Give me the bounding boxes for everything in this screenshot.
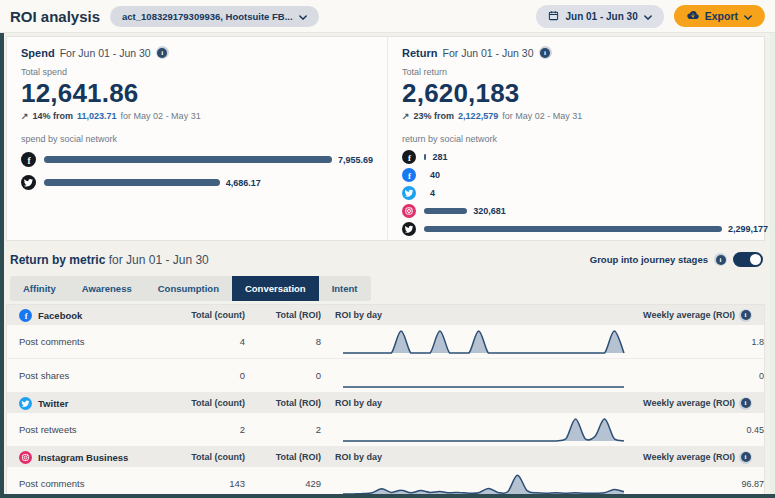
bar-value: 40 [430, 170, 440, 180]
tab-affinity[interactable]: Affinity [10, 276, 69, 301]
instagram-icon [402, 204, 416, 218]
date-range-label: Jun 01 - Jun 30 [565, 11, 637, 22]
return-header: Return For Jun 01 - Jun 30 i [402, 46, 768, 59]
return-previous-value-link[interactable]: 2,122,579 [458, 111, 498, 121]
total-roi-value: 0 [245, 370, 321, 381]
network-label: Instagram Business [38, 452, 128, 463]
trend-up-icon: ↗ [402, 111, 410, 121]
metric-name: Post shares [19, 370, 179, 381]
bar-value: 7,955.69 [338, 155, 373, 165]
info-icon[interactable]: i [739, 451, 752, 464]
return-trend: ↗ 23% from 2,122,579 for May 02 - May 31 [402, 111, 768, 121]
column-header-total-count: Total (count) [179, 398, 245, 408]
toggle-knob [750, 254, 761, 265]
chevron-down-icon [299, 11, 307, 22]
facebook-bar-row: f40 [402, 166, 768, 184]
tab-awareness[interactable]: Awareness [69, 276, 145, 301]
instagram-bar-row: 320,681 [402, 202, 768, 220]
tab-conversation[interactable]: Conversation [232, 276, 319, 301]
account-selector-dropdown[interactable]: act_108329179309936, Hootsuite FB... [110, 6, 319, 27]
return-by-metric-period: for Jun 01 - Jun 30 [109, 253, 209, 267]
total-return-value: 2,620,183 [402, 79, 768, 107]
info-icon[interactable]: i [739, 397, 752, 410]
return-trend-period: for May 02 - May 31 [502, 111, 582, 121]
column-header-roi-by-day: ROI by day [321, 310, 614, 320]
info-icon[interactable]: i [539, 46, 552, 59]
table-row: Post comments481.8 [7, 325, 764, 359]
chevron-down-icon [744, 10, 752, 22]
tab-intent[interactable]: Intent [319, 276, 371, 301]
total-count-value: 4 [179, 336, 245, 347]
export-download-icon [687, 10, 699, 22]
spend-trend-period: for May 02 - May 31 [121, 111, 201, 121]
weekly-average-value: 96.87 [626, 479, 764, 489]
bar [44, 179, 220, 186]
facebook-dark-icon: f [402, 150, 416, 164]
svg-text:f: f [408, 153, 411, 163]
return-trend-pct: 23% from [414, 111, 455, 121]
return-panel: Return For Jun 01 - Jun 30 i Total retur… [388, 37, 775, 240]
total-count-value: 143 [179, 478, 245, 489]
column-header-total-roi: Total (ROI) [245, 310, 321, 320]
journey-stages-control: Group into journey stages i [590, 252, 763, 267]
network-name: Twitter [19, 397, 179, 410]
twitter-dark-bar-row: 2,299,177 [402, 220, 768, 238]
export-label: Export [705, 10, 738, 22]
info-icon[interactable]: i [156, 46, 169, 59]
spend-period: For Jun 01 - Jun 30 [60, 47, 151, 59]
facebook-dark-bar-row: f7,955.69 [21, 148, 373, 171]
window-bottom-edge [0, 494, 775, 498]
section-header-facebook: fFacebookTotal (count)Total (ROI)ROI by … [7, 305, 764, 325]
weekly-average-label: Weekly average (ROI) [643, 398, 735, 408]
table-row: Post shares000 [7, 359, 764, 393]
total-roi-value: 2 [245, 424, 321, 435]
facebook-dark-icon: f [21, 152, 36, 167]
weekly-average-value: 0.45 [626, 425, 764, 435]
network-label: Twitter [38, 398, 68, 409]
svg-text:f: f [25, 312, 28, 321]
total-roi-value: 8 [245, 336, 321, 347]
column-header-roi-by-day: ROI by day [321, 452, 614, 462]
date-range-picker[interactable]: Jun 01 - Jun 30 [536, 5, 663, 28]
bar [44, 156, 332, 163]
weekly-average-value: 0 [626, 371, 764, 381]
spend-title: Spend [21, 47, 55, 59]
spend-header: Spend For Jun 01 - Jun 30 i [21, 46, 373, 59]
metrics-table: fFacebookTotal (count)Total (ROI)ROI by … [6, 304, 765, 498]
spend-bars: f7,955.694,686.17 [21, 148, 373, 194]
journey-stages-label: Group into journey stages [590, 254, 708, 265]
export-button[interactable]: Export [674, 5, 765, 27]
weekly-average-label: Weekly average (ROI) [643, 310, 735, 320]
bar-value: 4 [430, 188, 435, 198]
twitter-dark-bar-row: 4,686.17 [21, 171, 373, 194]
tab-consumption[interactable]: Consumption [145, 276, 232, 301]
facebook-dark-bar-row: f281 [402, 148, 768, 166]
trend-up-icon: ↗ [21, 111, 29, 121]
spend-previous-value-link[interactable]: 11,023.71 [77, 111, 117, 121]
info-icon[interactable]: i [714, 253, 727, 266]
twitter-dark-icon [21, 175, 36, 190]
network-name: Instagram Business [19, 451, 179, 464]
roi-by-day-sparkline [341, 327, 626, 357]
bar [424, 208, 467, 214]
svg-text:f: f [408, 171, 411, 181]
metric-name: Post retweets [19, 424, 179, 435]
info-icon[interactable]: i [739, 309, 752, 322]
twitter-icon [402, 186, 416, 200]
roi-by-day-sparkline [341, 415, 626, 445]
return-breakdown-label: return by social network [402, 134, 768, 144]
column-header-total-count: Total (count) [179, 310, 245, 320]
section-header-twitter: TwitterTotal (count)Total (ROI)ROI by da… [7, 393, 764, 413]
journey-stages-toggle[interactable] [733, 252, 763, 267]
bar [424, 154, 426, 160]
bar-value: 4,686.17 [226, 178, 261, 188]
account-selector-label: act_108329179309936, Hootsuite FB... [122, 11, 293, 22]
bar-value: 2,299,177 [728, 224, 768, 234]
twitter-bar-row: 4 [402, 184, 768, 202]
network-label: Facebook [38, 310, 82, 321]
twitter-dark-icon [402, 222, 416, 236]
weekly-average-value: 1.8 [626, 337, 764, 347]
topbar: ROI analysis act_108329179309936, Hootsu… [0, 0, 775, 33]
column-header-total-roi: Total (ROI) [245, 398, 321, 408]
window-left-edge [0, 33, 4, 498]
